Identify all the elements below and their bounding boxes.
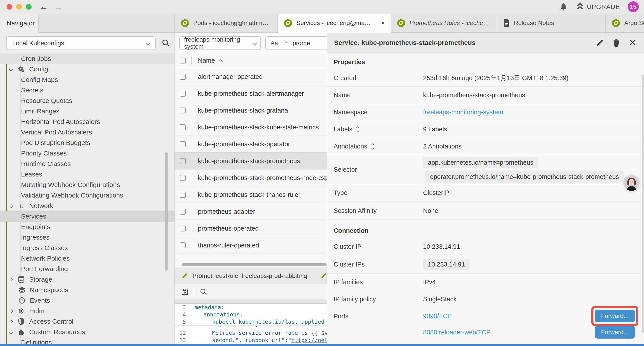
port-link[interactable]: 8080:reloader-web/TCP [423,329,490,336]
save-icon[interactable] [180,288,189,296]
row-checkbox[interactable] [180,74,186,80]
search-icon[interactable] [200,288,207,296]
sidebar-item-resource-quotas[interactable]: Resource Quotas [0,95,175,106]
sidebar-item-config-maps[interactable]: Config Maps [0,74,175,85]
yaml-editor[interactable]: 3metadata:4annotations:5kubectl.kubernet… [175,304,327,344]
row-checkbox[interactable] [180,226,186,232]
sidebar-item-custom-resources[interactable]: Custom Resources [0,327,175,337]
sidebar-item-mutating-webhook-configurations[interactable]: Mutating Webhook Configurations [0,180,175,190]
code-line-4[interactable]: 4annotations: [175,311,327,318]
sidebar-item-runtime-classes[interactable]: Runtime Classes [0,159,175,169]
namespace-link[interactable]: freeleaps-monitoring-system [423,109,503,116]
tab-navigator[interactable]: Navigator [0,13,38,33]
editor-tab-prometheusrule[interactable]: PrometheusRule: freeleaps-prod-rabbitmq [175,268,318,284]
sidebar-item-endpoints[interactable]: Endpoints [0,222,175,232]
search-icon[interactable] [161,38,170,47]
sidebar-item-vertical-pod-autoscalers[interactable]: Vertical Pod Autoscalers [0,127,175,137]
minimize-window-button[interactable] [16,4,22,10]
expand-collapse-icon[interactable] [372,144,374,149]
table-row-prometheus-adapter[interactable]: prometheus-adapter [175,203,327,220]
sidebar-item-definitions[interactable]: Definitions [0,337,175,344]
namespace-selector[interactable]: freeleaps-monitoring-system [179,36,261,50]
bell-icon[interactable] [560,2,568,11]
horizontal-scrollbar[interactable] [182,263,326,266]
row-checkbox[interactable] [180,141,186,147]
sidebar-item-pod-disruption-budgets[interactable]: Pod Disruption Budgets [0,137,175,148]
chevron-right-icon[interactable] [9,309,13,313]
table-row-kube-prometheus-stack-prometheus[interactable]: kube-prometheus-stack-prometheus [175,153,327,169]
close-icon[interactable]: × [381,19,385,27]
sidebar-item-ingress-classes[interactable]: Ingress Classes [0,243,175,253]
sidebar-item-network-policies[interactable]: Network Policies [0,253,175,264]
code-line-3[interactable]: 3metadata: [175,304,327,311]
sidebar-item-secrets[interactable]: Secrets [0,85,175,95]
close-icon[interactable]: ✕ [629,39,636,47]
sidebar-item-access-control[interactable]: Access Control [0,316,175,327]
table-row-kube-prometheus-stack-thanos-ruler[interactable]: kube-prometheus-stack-thanos-ruler [175,186,327,203]
table-row-prometheus-operated[interactable]: prometheus-operated [175,220,327,237]
sidebar-scrollbar[interactable] [165,152,168,271]
select-all-checkbox[interactable] [180,58,186,63]
chevron-right-icon[interactable] [9,320,13,324]
row-checkbox[interactable] [180,175,186,181]
table-row-kube-prometheus-stack-operator[interactable]: kube-prometheus-stack-operator [175,136,327,153]
row-checkbox[interactable] [180,91,186,97]
chevron-down-icon[interactable] [9,67,13,71]
forward-button[interactable]: Forward... [595,326,635,339]
table-row-kube-prometheus-stack-grafana[interactable]: kube-prometheus-stack-grafana [175,102,327,119]
tab-argo-se[interactable]: Argo Se [606,13,644,33]
trash-icon[interactable] [613,38,620,47]
sidebar-item-limit-ranges[interactable]: Limit Ranges [0,106,175,116]
table-row-alertmanager-operated[interactable]: alertmanager-operated [175,68,327,85]
sort-ascending-icon[interactable] [219,59,223,63]
sidebar-item-helm[interactable]: Helm [0,306,175,316]
kubeconfig-selector[interactable]: Local Kubeconfigs [6,36,156,50]
forward-arrow-icon[interactable]: → [54,2,63,11]
search-box[interactable]: Aa .* prome [265,36,327,50]
edit-pencil-icon[interactable] [596,39,604,47]
details-scrollbar[interactable] [642,74,644,333]
code-line-12[interactable]: 12Metrics service error rate is {{ $va [175,329,327,337]
notification-badge[interactable]: 15 [628,1,639,12]
tab-pods-icecheng-mathmas[interactable]: Pods - icecheng@mathmas... [175,13,278,33]
code-line-13[interactable]: 13second.","runbook_url":"https://net [175,337,327,344]
upgrade-button[interactable]: UPGRADE [576,3,620,11]
avatar[interactable] [623,174,640,191]
tab-services-icecheng-math[interactable]: Services - icecheng@math...× [278,13,391,33]
column-header-name[interactable]: Name [198,57,215,64]
chevron-down-icon[interactable] [9,204,13,208]
tab-release-notes[interactable]: Release Notes [497,13,606,33]
table-row-kube-prometheus-stack-kube-state-metrics[interactable]: kube-prometheus-stack-kube-state-metrics [175,119,327,136]
sidebar-item-horizontal-pod-autoscalers[interactable]: Horizontal Pod Autoscalers [0,116,175,127]
editor-tab-next[interactable] [318,268,327,284]
regex-toggle[interactable]: .* [283,40,287,47]
tab-prometheus-rules-icecheng[interactable]: Prometheus Rules - icecheng... [391,13,497,33]
sidebar-item-priority-classes[interactable]: Priority Classes [0,148,175,159]
search-input[interactable]: prome [293,40,310,47]
row-checkbox[interactable] [180,242,186,248]
sidebar-item-validating-webhook-configurations[interactable]: Validating Webhook Configurations [0,190,175,201]
table-row-kube-prometheus-stack-prometheus-node-exporter[interactable]: kube-prometheus-stack-prometheus-node-ex… [175,169,327,186]
row-checkbox[interactable] [180,158,186,164]
row-checkbox[interactable] [180,107,186,113]
sidebar-item-namespaces[interactable]: Namespaces [0,285,175,295]
match-case-toggle[interactable]: Aa [270,40,278,47]
table-row-kube-prometheus-stack-alertmanager[interactable]: kube-prometheus-stack-alertmanager [175,85,327,102]
zoom-window-button[interactable] [26,4,32,10]
sidebar-item-leases[interactable]: Leases [0,169,175,180]
sidebar-item-events[interactable]: Events [0,295,175,306]
sidebar-item-cron-jobs[interactable]: Cron Jobs [0,53,175,64]
close-window-button[interactable] [6,4,12,10]
code-line-11[interactable]: 110","for":"1m","labels":{"service":"f [175,326,327,329]
sidebar-item-config[interactable]: Config [0,64,175,74]
row-checkbox[interactable] [180,124,186,130]
sidebar-item-port-forwarding[interactable]: Port Forwarding [0,264,175,274]
port-link[interactable]: 9090/TCP [423,313,452,320]
sidebar-item-storage[interactable]: Storage [0,274,175,285]
expand-collapse-icon[interactable] [357,127,359,132]
forward-button[interactable]: Forward... [595,310,635,322]
code-line-5[interactable]: 5kubectl.kubernetes.io/last-applied-conf… [175,318,327,326]
row-checkbox[interactable] [180,209,186,215]
sidebar-item-services[interactable]: Services [0,211,175,222]
row-checkbox[interactable] [180,192,186,198]
